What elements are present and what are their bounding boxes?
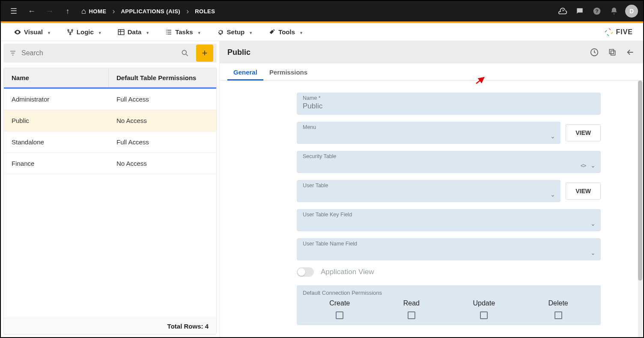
table-row[interactable]: Standalone Full Access	[4, 132, 216, 153]
svg-point-6	[182, 50, 186, 54]
back-button[interactable]	[625, 47, 635, 57]
cell-perm: No Access	[109, 110, 216, 131]
nav-forward-button	[42, 3, 57, 19]
user-table-name-field[interactable]: User Table Name Field ⌄	[297, 238, 601, 260]
table-row[interactable]: Finance No Access	[4, 153, 216, 174]
perm-update-checkbox[interactable]	[480, 311, 488, 319]
breadcrumb-roles[interactable]: ROLES	[191, 8, 218, 15]
button-label: VIEW	[575, 188, 591, 194]
cell-name: Public	[4, 110, 109, 131]
security-table-field[interactable]: Security Table <> ⌄	[297, 151, 601, 173]
chevron-down-icon	[298, 28, 303, 36]
content-area: + Name Default Table Permissions Adminis…	[1, 41, 643, 337]
nav-up-button[interactable]	[60, 3, 75, 19]
menu-tasks[interactable]: Tasks	[157, 23, 209, 41]
filter-icon[interactable]	[7, 49, 19, 57]
perm-label: Delete	[549, 299, 568, 307]
perm-label: Read	[403, 299, 420, 307]
avatar[interactable]: D	[625, 5, 638, 18]
field-value: Public	[303, 102, 595, 111]
detail-header: Public	[220, 41, 643, 63]
arrow-left-icon	[28, 7, 36, 16]
chevron-down-icon: ⌄	[550, 191, 555, 198]
table-header: Name Default Table Permissions	[4, 68, 216, 89]
top-bar: HOME APPLICATIONS (AIS) ROLES ? D	[1, 1, 643, 21]
cloud-sync-icon[interactable]	[557, 5, 569, 17]
menu-tools[interactable]: Tools	[260, 23, 311, 41]
menu-data[interactable]: Data	[110, 23, 157, 41]
perm-delete-checkbox[interactable]	[555, 311, 562, 319]
view-menu-button[interactable]: VIEW	[566, 124, 601, 141]
field-label: User Table Name Field	[303, 241, 595, 247]
nav-back-button[interactable]	[24, 3, 39, 19]
left-panel: + Name Default Table Permissions Adminis…	[1, 41, 219, 337]
perm-create-checkbox[interactable]	[336, 311, 343, 319]
view-user-table-button[interactable]: VIEW	[566, 182, 601, 200]
add-button[interactable]: +	[196, 45, 213, 62]
menu-logic[interactable]: Logic	[59, 23, 110, 41]
tab-permissions[interactable]: Permissions	[263, 63, 313, 80]
user-table-key-field[interactable]: User Table Key Field ⌄	[297, 209, 601, 231]
perm-label: Create	[329, 299, 350, 307]
menu-label: Tools	[278, 28, 295, 36]
brand-logo: FIVE	[604, 27, 638, 37]
svg-rect-9	[609, 49, 614, 54]
search-icon[interactable]	[179, 49, 191, 57]
perm-read-checkbox[interactable]	[408, 311, 415, 319]
chevron-down-icon: ⌄	[590, 249, 596, 256]
menu-bar: Visual Logic Data Tasks Setup Tools FIVE	[1, 23, 643, 41]
perm-create-col: Create	[329, 299, 350, 319]
brand-text: FIVE	[616, 28, 633, 36]
menu-field[interactable]: Menu ⌄	[297, 122, 561, 144]
hamburger-menu-button[interactable]	[6, 3, 21, 19]
logic-icon	[66, 28, 74, 36]
chevron-right-icon	[112, 7, 115, 16]
help-icon[interactable]: ?	[591, 5, 603, 17]
field-label: Menu	[303, 124, 555, 130]
chevron-down-icon: ⌄	[590, 220, 596, 227]
menu-label: Visual	[24, 28, 43, 36]
menu-setup[interactable]: Setup	[209, 23, 261, 41]
perm-read-col: Read	[403, 299, 420, 319]
chevron-down-icon	[45, 28, 51, 36]
search-input[interactable]	[21, 49, 176, 57]
column-name-header[interactable]: Name	[4, 68, 109, 87]
menu-label: Logic	[77, 28, 94, 36]
tab-general[interactable]: General	[227, 63, 263, 80]
table-row[interactable]: Administrator Full Access	[4, 89, 216, 110]
breadcrumb-applications[interactable]: APPLICATIONS (AIS)	[117, 8, 184, 15]
form-inner: Name * Public Menu ⌄ VIEW Security Table…	[297, 93, 601, 325]
cell-perm: Full Access	[109, 132, 216, 153]
menu-visual[interactable]: Visual	[6, 23, 59, 41]
chevron-down-icon: ⌄	[550, 133, 555, 140]
chevron-down-icon	[247, 28, 253, 36]
chat-icon[interactable]	[574, 5, 586, 17]
history-button[interactable]	[589, 47, 599, 57]
topbar-left: HOME APPLICATIONS (AIS) ROLES	[6, 3, 218, 19]
breadcrumb-label: ROLES	[195, 8, 215, 15]
copy-button[interactable]	[607, 47, 617, 57]
table-footer: Total Rows: 4	[4, 318, 216, 334]
code-icon: <>	[581, 162, 585, 169]
notifications-icon[interactable]	[608, 5, 620, 17]
breadcrumb-home[interactable]: HOME	[78, 7, 110, 16]
name-field[interactable]: Name * Public	[297, 93, 601, 115]
avatar-initial: D	[629, 8, 634, 15]
tab-label: Permissions	[269, 69, 307, 76]
tools-icon	[268, 28, 276, 36]
scrollbar-thumb[interactable]	[638, 81, 642, 281]
application-view-toggle[interactable]	[297, 267, 314, 277]
user-table-field[interactable]: User Table ⌄	[297, 180, 561, 202]
chevron-down-icon: ⌄	[590, 162, 596, 169]
cell-name: Standalone	[4, 132, 109, 153]
table-row[interactable]: Public No Access	[4, 110, 216, 132]
toggle-label: Application View	[321, 268, 374, 276]
breadcrumb-label: HOME	[89, 8, 106, 15]
field-label: User Table	[303, 182, 555, 188]
tabs-container: General Permissions	[220, 63, 643, 81]
plus-icon: +	[202, 48, 208, 59]
menu-label: Setup	[227, 28, 245, 36]
scrollbar-track[interactable]	[638, 81, 642, 337]
topbar-right: ? D	[557, 5, 638, 18]
column-perm-header[interactable]: Default Table Permissions	[109, 68, 216, 87]
